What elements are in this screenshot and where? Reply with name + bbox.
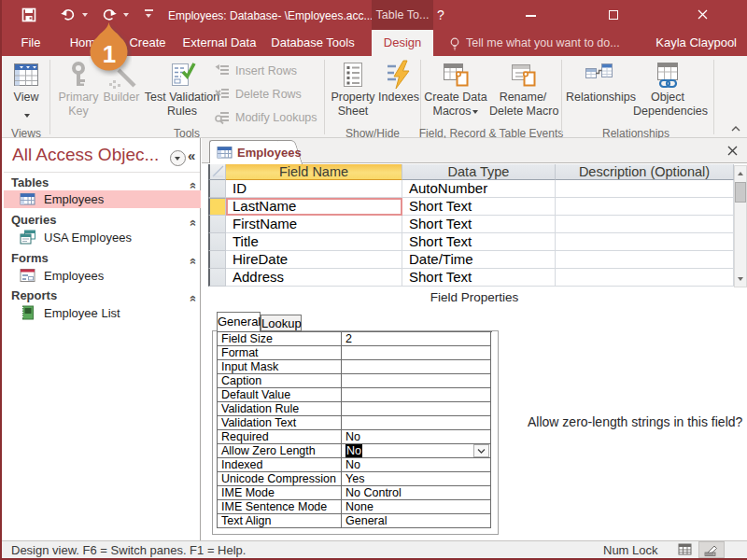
tab-external-data[interactable]: External Data [183,30,257,56]
property-value[interactable] [343,402,491,415]
property-value[interactable]: None [343,500,491,513]
test-validation-rules-button[interactable]: Test Validation Rules [140,58,224,119]
collapse-section-icon[interactable]: » [185,289,199,302]
row-selector[interactable] [208,233,226,251]
field-name-cell[interactable]: HireDate [226,251,402,269]
data-type-cell[interactable]: Date/Time [402,251,556,269]
document-tab-employees[interactable]: Employees [209,140,289,163]
tab-file[interactable]: File [21,30,41,56]
property-row-ime-sentence-mode[interactable]: IME Sentence Mode None [218,500,491,514]
create-data-macros-button[interactable]: Create Data Macros [424,58,487,119]
help-button[interactable]: ? [419,0,462,30]
data-type-cell[interactable]: Short Text [402,233,556,251]
description-cell[interactable] [556,198,734,216]
datasheet-view-button[interactable] [671,541,698,558]
grid-header-field-name[interactable]: Field Name [226,164,402,180]
property-row-caption[interactable]: Caption [218,374,491,388]
property-row-input-mask[interactable]: Input Mask [218,360,491,374]
tab-general[interactable]: General [217,312,261,331]
nav-item-report-employee-list[interactable]: Employee List [4,304,201,322]
grid-header-data-type[interactable]: Data Type [402,164,556,180]
description-cell[interactable] [556,216,734,233]
save-icon[interactable] [21,7,36,22]
object-dependencies-button[interactable]: Object Dependencies [633,58,702,119]
undo-dropdown-icon[interactable] [82,13,88,17]
nav-section-queries[interactable]: Queries [11,213,56,227]
field-name-cell[interactable]: ID [226,180,402,198]
scroll-down-button[interactable] [735,272,746,287]
field-name-cell-current[interactable]: LastName [226,198,402,216]
description-cell[interactable] [556,251,734,269]
grid-header-description[interactable]: Description (Optional) [556,164,734,180]
user-account[interactable]: Kayla Claypool [655,30,737,56]
nav-item-form-employees[interactable]: Employees [4,267,201,285]
property-dropdown-button[interactable] [473,444,489,457]
maximize-button[interactable] [592,0,635,30]
property-row-ime-mode[interactable]: IME Mode No Control [218,486,491,500]
indexes-button[interactable]: Indexes [376,58,421,105]
scroll-up-button[interactable] [735,166,746,181]
tab-create[interactable]: Create [129,30,165,56]
grid-scrollbar[interactable] [734,165,747,287]
rename-delete-macro-button[interactable]: Rename/ Delete Macro [489,58,557,119]
scrollbar-thumb[interactable] [735,182,746,203]
close-document-icon[interactable] [727,146,738,156]
property-value[interactable]: No Control [343,486,491,499]
property-row-required[interactable]: Required No [218,430,491,444]
design-view-button[interactable] [698,541,725,558]
tab-design-active[interactable]: Design [372,30,433,56]
property-row-unicode-compression[interactable]: Unicode Compression Yes [218,472,491,486]
property-row-validation-text[interactable]: Validation Text [218,416,491,430]
property-row-text-align[interactable]: Text Align General [218,514,491,528]
property-row-field-size[interactable]: Field Size 2 [218,332,491,346]
field-name-cell[interactable]: Address [226,269,402,287]
row-selector-current[interactable] [208,198,226,216]
property-value[interactable] [343,360,491,373]
row-selector[interactable] [208,216,226,233]
undo-icon[interactable] [61,7,76,21]
data-type-cell[interactable]: Short Text [402,198,556,216]
redo-icon[interactable] [102,7,117,21]
nav-pane-menu-button[interactable] [170,150,186,166]
close-button[interactable] [681,0,724,30]
property-row-allow-zero-length[interactable]: Allow Zero Length No [218,444,491,458]
data-type-cell[interactable]: AutoNumber [402,180,556,198]
tab-lookup[interactable]: Lookup [261,315,302,331]
property-value[interactable]: No [343,458,491,471]
nav-section-forms[interactable]: Forms [11,251,49,265]
collapse-section-icon[interactable]: » [185,252,199,265]
property-row-default-value[interactable]: Default Value [218,388,491,402]
property-value[interactable]: General [343,514,491,527]
field-name-cell[interactable]: FirstName [226,216,402,233]
property-row-indexed[interactable]: Indexed No [218,458,491,472]
data-type-cell[interactable]: Short Text [402,269,556,287]
property-row-format[interactable]: Format [218,346,491,360]
row-selector[interactable] [208,180,226,198]
description-cell[interactable] [556,180,734,198]
collapse-section-icon[interactable]: » [185,176,199,189]
description-cell[interactable] [556,233,734,251]
shutter-bar-close-icon[interactable]: « [188,147,195,163]
row-selector[interactable] [208,269,226,287]
property-value-selected[interactable]: No [343,444,491,457]
tell-me-box[interactable]: Tell me what you want to do... [466,30,620,56]
data-type-cell[interactable]: Short Text [402,216,556,233]
relationships-button[interactable]: Relationships [566,58,631,105]
property-value[interactable]: No [343,430,491,443]
grid-corner-cell[interactable] [208,164,226,180]
customize-qat-icon[interactable] [145,9,153,11]
minimize-button[interactable] [509,0,552,30]
tab-database-tools[interactable]: Database Tools [271,30,354,56]
nav-section-tables[interactable]: Tables [11,175,49,189]
property-value[interactable] [343,416,491,429]
collapse-section-icon[interactable]: » [185,214,199,227]
field-name-cell[interactable]: Title [226,233,402,251]
row-selector[interactable] [208,251,226,269]
nav-item-query-usa-employees[interactable]: USA Employees [4,229,201,246]
property-value[interactable] [343,346,491,359]
property-value[interactable] [343,374,491,387]
property-row-validation-rule[interactable]: Validation Rule [218,402,491,416]
nav-section-reports[interactable]: Reports [11,288,57,302]
collapse-ribbon-icon[interactable] [730,123,741,134]
property-value[interactable]: Yes [343,472,491,485]
